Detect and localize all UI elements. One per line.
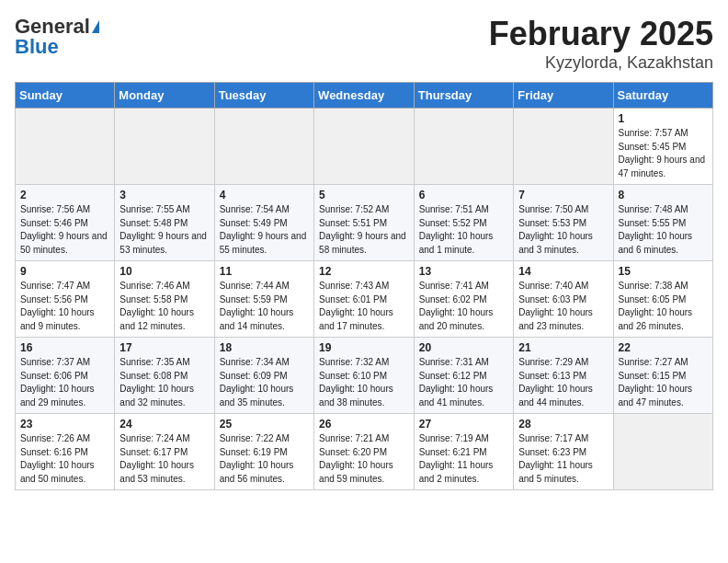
day-number: 24	[119, 418, 209, 431]
calendar-weekday-header: Wednesday	[314, 83, 415, 109]
day-info: Sunrise: 7:54 AM Sunset: 5:49 PM Dayligh…	[220, 203, 309, 257]
day-info: Sunrise: 7:56 AM Sunset: 5:46 PM Dayligh…	[20, 203, 109, 257]
page-header: General Blue February 2025 Kyzylorda, Ka…	[15, 15, 713, 73]
calendar-day-cell: 26Sunrise: 7:21 AM Sunset: 6:20 PM Dayli…	[314, 414, 415, 490]
day-number: 23	[20, 418, 109, 431]
calendar-table: SundayMondayTuesdayWednesdayThursdayFrid…	[15, 82, 713, 490]
day-number: 15	[619, 265, 709, 278]
day-number: 16	[20, 341, 109, 354]
location-title: Kyzylorda, Kazakhstan	[489, 53, 713, 73]
calendar-day-cell: 13Sunrise: 7:41 AM Sunset: 6:02 PM Dayli…	[414, 261, 513, 338]
day-info: Sunrise: 7:52 AM Sunset: 5:51 PM Dayligh…	[319, 203, 409, 257]
day-number: 19	[319, 341, 409, 354]
calendar-week-row: 9Sunrise: 7:47 AM Sunset: 5:56 PM Daylig…	[16, 261, 713, 338]
day-number: 4	[220, 189, 309, 201]
calendar-day-cell: 1Sunrise: 7:57 AM Sunset: 5:45 PM Daylig…	[613, 109, 713, 185]
day-number: 5	[319, 189, 409, 201]
day-info: Sunrise: 7:17 AM Sunset: 6:23 PM Dayligh…	[518, 432, 608, 486]
calendar-day-cell: 6Sunrise: 7:51 AM Sunset: 5:52 PM Daylig…	[414, 185, 513, 261]
calendar-day-cell	[414, 109, 513, 185]
day-number: 3	[119, 189, 209, 201]
day-info: Sunrise: 7:26 AM Sunset: 6:16 PM Dayligh…	[20, 432, 109, 486]
day-info: Sunrise: 7:57 AM Sunset: 5:45 PM Dayligh…	[619, 127, 709, 180]
day-number: 1	[619, 112, 709, 125]
calendar-day-cell	[613, 414, 713, 490]
calendar-weekday-header: Thursday	[414, 83, 513, 109]
day-info: Sunrise: 7:44 AM Sunset: 5:59 PM Dayligh…	[220, 280, 309, 333]
day-info: Sunrise: 7:40 AM Sunset: 6:03 PM Dayligh…	[518, 280, 608, 333]
calendar-week-row: 1Sunrise: 7:57 AM Sunset: 5:45 PM Daylig…	[16, 109, 713, 185]
calendar-day-cell: 2Sunrise: 7:56 AM Sunset: 5:46 PM Daylig…	[16, 185, 115, 261]
calendar-day-cell: 23Sunrise: 7:26 AM Sunset: 6:16 PM Dayli…	[16, 414, 115, 490]
calendar-day-cell: 3Sunrise: 7:55 AM Sunset: 5:48 PM Daylig…	[115, 185, 214, 261]
day-info: Sunrise: 7:50 AM Sunset: 5:53 PM Dayligh…	[518, 203, 608, 257]
calendar-day-cell: 12Sunrise: 7:43 AM Sunset: 6:01 PM Dayli…	[314, 261, 415, 338]
logo-blue-text: Blue	[15, 35, 59, 59]
calendar-day-cell: 24Sunrise: 7:24 AM Sunset: 6:17 PM Dayli…	[115, 414, 214, 490]
calendar-day-cell: 7Sunrise: 7:50 AM Sunset: 5:53 PM Daylig…	[514, 185, 613, 261]
day-info: Sunrise: 7:51 AM Sunset: 5:52 PM Dayligh…	[419, 203, 508, 257]
calendar-day-cell: 17Sunrise: 7:35 AM Sunset: 6:08 PM Dayli…	[115, 338, 214, 414]
calendar-day-cell: 5Sunrise: 7:52 AM Sunset: 5:51 PM Daylig…	[314, 185, 415, 261]
day-info: Sunrise: 7:37 AM Sunset: 6:06 PM Dayligh…	[20, 356, 109, 409]
calendar-day-cell: 20Sunrise: 7:31 AM Sunset: 6:12 PM Dayli…	[414, 338, 513, 414]
day-info: Sunrise: 7:19 AM Sunset: 6:21 PM Dayligh…	[419, 432, 508, 486]
calendar-day-cell: 9Sunrise: 7:47 AM Sunset: 5:56 PM Daylig…	[16, 261, 115, 338]
calendar-day-cell	[314, 109, 415, 185]
calendar-week-row: 16Sunrise: 7:37 AM Sunset: 6:06 PM Dayli…	[16, 338, 713, 414]
calendar-day-cell: 14Sunrise: 7:40 AM Sunset: 6:03 PM Dayli…	[514, 261, 613, 338]
day-number: 8	[619, 189, 709, 201]
calendar-day-cell: 16Sunrise: 7:37 AM Sunset: 6:06 PM Dayli…	[16, 338, 115, 414]
day-info: Sunrise: 7:35 AM Sunset: 6:08 PM Dayligh…	[119, 356, 209, 409]
calendar-day-cell: 25Sunrise: 7:22 AM Sunset: 6:19 PM Dayli…	[214, 414, 313, 490]
calendar-day-cell: 21Sunrise: 7:29 AM Sunset: 6:13 PM Dayli…	[514, 338, 613, 414]
day-number: 14	[518, 265, 608, 278]
day-info: Sunrise: 7:48 AM Sunset: 5:55 PM Dayligh…	[619, 203, 709, 257]
day-number: 2	[20, 189, 109, 201]
day-info: Sunrise: 7:31 AM Sunset: 6:12 PM Dayligh…	[419, 356, 508, 409]
day-info: Sunrise: 7:47 AM Sunset: 5:56 PM Dayligh…	[20, 280, 109, 333]
calendar-weekday-header: Sunday	[16, 83, 115, 109]
calendar-day-cell: 22Sunrise: 7:27 AM Sunset: 6:15 PM Dayli…	[613, 338, 713, 414]
day-info: Sunrise: 7:41 AM Sunset: 6:02 PM Dayligh…	[419, 280, 508, 333]
day-number: 7	[518, 189, 608, 201]
calendar-header-row: SundayMondayTuesdayWednesdayThursdayFrid…	[16, 83, 713, 109]
day-number: 26	[319, 418, 409, 431]
calendar-weekday-header: Monday	[115, 83, 214, 109]
month-title: February 2025	[489, 15, 713, 53]
calendar-week-row: 2Sunrise: 7:56 AM Sunset: 5:46 PM Daylig…	[16, 185, 713, 261]
day-number: 17	[119, 341, 209, 354]
day-number: 22	[619, 341, 709, 354]
logo-triangle-icon	[92, 20, 99, 33]
day-info: Sunrise: 7:21 AM Sunset: 6:20 PM Dayligh…	[319, 432, 409, 486]
day-info: Sunrise: 7:46 AM Sunset: 5:58 PM Dayligh…	[119, 280, 209, 333]
day-number: 12	[319, 265, 409, 278]
day-info: Sunrise: 7:55 AM Sunset: 5:48 PM Dayligh…	[119, 203, 209, 257]
calendar-day-cell: 4Sunrise: 7:54 AM Sunset: 5:49 PM Daylig…	[214, 185, 313, 261]
day-number: 18	[220, 341, 309, 354]
calendar-day-cell: 28Sunrise: 7:17 AM Sunset: 6:23 PM Dayli…	[514, 414, 613, 490]
logo: General Blue	[15, 15, 99, 59]
calendar-day-cell: 19Sunrise: 7:32 AM Sunset: 6:10 PM Dayli…	[314, 338, 415, 414]
calendar-day-cell: 27Sunrise: 7:19 AM Sunset: 6:21 PM Dayli…	[414, 414, 513, 490]
day-info: Sunrise: 7:24 AM Sunset: 6:17 PM Dayligh…	[119, 432, 209, 486]
day-info: Sunrise: 7:29 AM Sunset: 6:13 PM Dayligh…	[518, 356, 608, 409]
day-number: 28	[518, 418, 608, 431]
title-block: February 2025 Kyzylorda, Kazakhstan	[489, 15, 713, 73]
day-info: Sunrise: 7:34 AM Sunset: 6:09 PM Dayligh…	[220, 356, 309, 409]
day-number: 13	[419, 265, 508, 278]
day-number: 25	[220, 418, 309, 431]
calendar-day-cell	[514, 109, 613, 185]
day-number: 9	[20, 265, 109, 278]
calendar-day-cell: 10Sunrise: 7:46 AM Sunset: 5:58 PM Dayli…	[115, 261, 214, 338]
day-info: Sunrise: 7:43 AM Sunset: 6:01 PM Dayligh…	[319, 280, 409, 333]
calendar-weekday-header: Tuesday	[214, 83, 313, 109]
calendar-day-cell: 11Sunrise: 7:44 AM Sunset: 5:59 PM Dayli…	[214, 261, 313, 338]
day-number: 11	[220, 265, 309, 278]
calendar-weekday-header: Friday	[514, 83, 613, 109]
day-number: 6	[419, 189, 508, 201]
calendar-day-cell: 15Sunrise: 7:38 AM Sunset: 6:05 PM Dayli…	[613, 261, 713, 338]
day-number: 20	[419, 341, 508, 354]
day-number: 21	[518, 341, 608, 354]
calendar-day-cell	[16, 109, 115, 185]
